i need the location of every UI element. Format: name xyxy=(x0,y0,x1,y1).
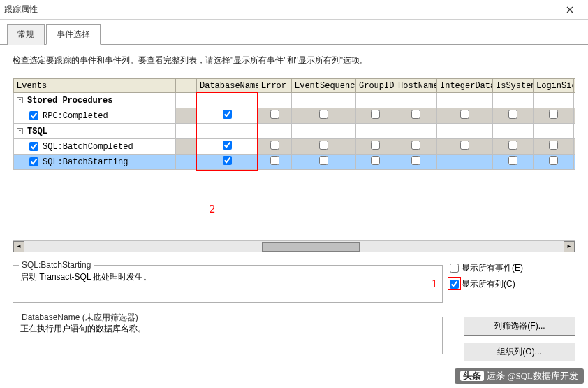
row-batch-starting[interactable]: SQL:BatchStarting xyxy=(14,155,575,170)
cell-checkbox[interactable] xyxy=(319,141,328,150)
scroll-left-icon[interactable]: ◄ xyxy=(13,241,24,252)
events-grid: Events DatabaseName Error EventSequence … xyxy=(13,78,575,251)
cell-checkbox[interactable] xyxy=(460,141,469,150)
header-nt[interactable]: NT xyxy=(574,79,575,93)
cell-checkbox[interactable] xyxy=(270,156,279,165)
scroll-track[interactable] xyxy=(24,241,564,252)
cell-checkbox[interactable] xyxy=(508,141,517,150)
group-stored-procedures[interactable]: -Stored Procedures xyxy=(14,93,575,108)
cell-checkbox[interactable] xyxy=(319,110,328,119)
show-all-events-label: 显示所有事件(E) xyxy=(462,262,523,274)
scroll-thumb[interactable] xyxy=(262,242,360,252)
show-all-cols-label: 显示所有列(C) xyxy=(462,278,515,290)
desc-legend: SQL:BatchStarting xyxy=(19,260,94,270)
expander-icon[interactable]: - xyxy=(17,128,23,134)
annotation-box-1 xyxy=(448,277,461,290)
event-checkbox[interactable] xyxy=(29,142,38,151)
event-label: SQL:BatchStarting xyxy=(43,157,128,167)
filter-text: 正在执行用户语句的数据库名称。 xyxy=(20,323,435,335)
annotation-number-2: 2 xyxy=(210,203,215,215)
cell-checkbox[interactable] xyxy=(508,156,517,165)
row-rpc-completed[interactable]: RPC:Completed xyxy=(14,108,575,124)
header-loginsid[interactable]: LoginSid xyxy=(534,79,574,93)
instruction-text: 检查选定要跟踪的事件和事件列。要查看完整列表，请选择"显示所有事件"和"显示所有… xyxy=(13,55,575,66)
desc-text: 启动 Transact-SQL 批处理时发生。 xyxy=(20,271,435,283)
watermark: 头条运杀 @SQL数据库开发 xyxy=(455,368,584,384)
event-checkbox[interactable] xyxy=(29,111,38,120)
event-label: SQL:BatchCompleted xyxy=(43,142,133,152)
organize-columns-button[interactable]: 组织列(O)... xyxy=(464,343,575,361)
tab-general[interactable]: 常规 xyxy=(7,24,45,45)
group-label: TSQL xyxy=(27,127,47,136)
header-hostname[interactable]: HostName xyxy=(395,79,437,93)
close-icon xyxy=(566,6,573,13)
show-all-events-checkbox[interactable] xyxy=(450,264,459,273)
close-button[interactable] xyxy=(556,0,584,20)
group-label: Stored Procedures xyxy=(27,96,112,106)
watermark-badge: 头条 xyxy=(460,371,484,381)
tab-bar: 常规 事件选择 xyxy=(0,20,588,45)
header-eventseq[interactable]: EventSequence xyxy=(292,79,356,93)
column-filter-button[interactable]: 列筛选器(F)... xyxy=(464,317,575,336)
cell-checkbox[interactable] xyxy=(411,110,420,119)
event-checkbox[interactable] xyxy=(29,157,38,166)
cell-checkbox[interactable] xyxy=(371,110,380,119)
filter-legend: DatabaseName (未应用筛选器) xyxy=(19,312,141,324)
cell-checkbox[interactable] xyxy=(270,110,279,119)
header-issystem[interactable]: IsSystem xyxy=(493,79,534,93)
header-events[interactable]: Events xyxy=(14,79,176,93)
cell-checkbox[interactable] xyxy=(460,110,469,119)
header-groupid[interactable]: GroupID xyxy=(356,79,395,93)
header-blank[interactable] xyxy=(176,79,197,93)
cell-checkbox[interactable] xyxy=(223,141,232,150)
window-title: 跟踪属性 xyxy=(4,3,556,15)
cell-checkbox[interactable] xyxy=(411,141,420,150)
column-description-box: DatabaseName (未应用筛选器) 正在执行用户语句的数据库名称。 xyxy=(13,317,443,354)
tab-events[interactable]: 事件选择 xyxy=(46,24,101,45)
expander-icon[interactable]: - xyxy=(17,97,23,103)
cell-checkbox[interactable] xyxy=(371,156,380,165)
cell-checkbox[interactable] xyxy=(223,156,232,165)
annotation-number-1: 1 xyxy=(432,278,437,290)
cell-checkbox[interactable] xyxy=(549,110,558,119)
scroll-right-icon[interactable]: ► xyxy=(564,241,575,252)
row-batch-completed[interactable]: SQL:BatchCompleted xyxy=(14,139,575,155)
header-error[interactable]: Error xyxy=(258,79,292,93)
event-label: RPC:Completed xyxy=(43,111,108,121)
watermark-text: 运杀 @SQL数据库开发 xyxy=(487,371,578,381)
horizontal-scrollbar[interactable]: ◄ ► xyxy=(13,240,575,252)
group-tsql[interactable]: -TSQL xyxy=(14,124,575,139)
cell-checkbox[interactable] xyxy=(549,156,558,165)
cell-checkbox[interactable] xyxy=(270,141,279,150)
cell-checkbox[interactable] xyxy=(411,156,420,165)
header-intdata[interactable]: IntegerData xyxy=(437,79,493,93)
header-dbname[interactable]: DatabaseName xyxy=(197,79,258,93)
cell-checkbox[interactable] xyxy=(508,110,517,119)
cell-checkbox[interactable] xyxy=(549,141,558,150)
event-description-box: SQL:BatchStarting 启动 Transact-SQL 批处理时发生… xyxy=(13,265,443,303)
cell-checkbox[interactable] xyxy=(371,141,380,150)
cell-checkbox[interactable] xyxy=(319,156,328,165)
cell-checkbox[interactable] xyxy=(223,110,232,119)
